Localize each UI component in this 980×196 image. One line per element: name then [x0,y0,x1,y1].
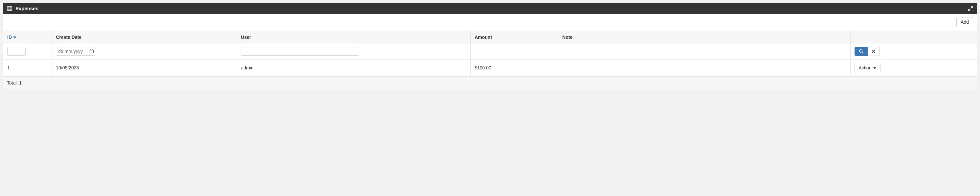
filter-cell-note [558,43,851,59]
panel-toolbar: Add [3,14,977,31]
cell-create-date: 10/05/2023 [52,59,237,76]
row-action-label: Action [859,65,872,71]
caret-down-icon [873,67,876,69]
cell-id: 1 [3,59,52,76]
panel-title: Expenses [16,6,38,11]
add-button[interactable]: Add [956,17,973,27]
expenses-table: ID Create Date User Amount Note [3,31,977,76]
filter-cell-amount [471,43,558,59]
search-icon [859,49,864,54]
svg-marker-7 [13,37,16,38]
filter-row [3,43,977,59]
total-count: Total: 1 [7,80,22,86]
table-footer: Total: 1 [3,76,977,89]
filter-input-id[interactable] [7,47,25,56]
column-header-amount[interactable]: Amount [471,31,558,43]
filter-clear-button[interactable] [868,47,880,56]
svg-line-13 [862,52,863,53]
filter-search-button[interactable] [854,47,868,56]
column-header-create-date[interactable]: Create Date [52,31,237,43]
column-header-actions [850,31,977,43]
column-header-user[interactable]: User [237,31,471,43]
row-action-button[interactable]: Action [854,63,881,73]
svg-rect-0 [7,6,12,11]
column-header-id-label: ID [7,35,12,40]
column-header-note[interactable]: Note [558,31,851,43]
expand-icon[interactable] [968,6,973,11]
svg-marker-16 [873,67,876,69]
expenses-panel: Expenses Add [3,3,977,89]
cell-amount: $100.00 [471,59,558,76]
table-row: 1 10/05/2023 admin $100.00 Action [3,59,977,76]
column-header-id[interactable]: ID [3,31,52,43]
svg-rect-8 [90,49,94,53]
cell-note [558,59,851,76]
table-icon [7,6,12,11]
close-icon [872,49,875,53]
calendar-icon[interactable] [89,49,94,54]
panel-header: Expenses [3,3,977,14]
cell-user: admin [237,59,471,76]
sort-desc-icon [13,35,16,39]
filter-input-user[interactable] [241,47,359,56]
